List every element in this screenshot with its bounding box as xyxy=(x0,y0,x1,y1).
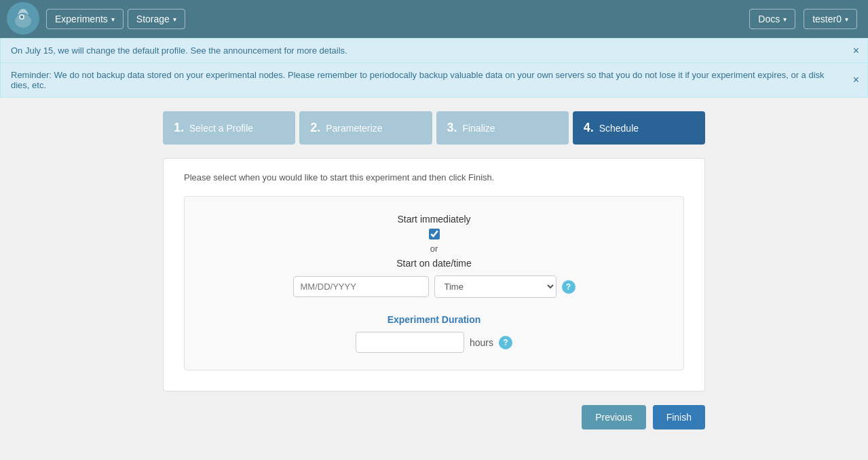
duration-label: Experiment Duration xyxy=(388,314,481,325)
experiments-button[interactable]: Experiments ▾ xyxy=(46,9,124,29)
step-3-label: Finalize xyxy=(462,123,495,134)
storage-button[interactable]: Storage ▾ xyxy=(128,9,185,29)
start-immediately-label: Start immediately xyxy=(397,214,470,225)
user-label: tester0 xyxy=(812,14,842,24)
experiments-caret: ▾ xyxy=(111,16,115,23)
main-card: Please select when you would like to sta… xyxy=(163,158,705,391)
navbar: Experiments ▾ Storage ▾ Docs ▾ tester0 ▾ xyxy=(0,0,868,38)
start-on-label: Start on date/time xyxy=(396,258,472,269)
duration-section: Experiment Duration 16 hours ? xyxy=(205,314,663,353)
hours-label: hours xyxy=(470,337,493,348)
step-4: 4. Schedule xyxy=(573,111,705,145)
alert-2: Reminder: We do not backup data stored o… xyxy=(0,63,868,98)
logo xyxy=(7,2,46,37)
docs-label: Docs xyxy=(758,14,780,24)
step-1: 1. Select a Profile xyxy=(163,111,295,145)
alert-2-close[interactable]: × xyxy=(853,75,859,85)
alert-1-close[interactable]: × xyxy=(853,45,859,56)
docs-caret: ▾ xyxy=(783,16,787,23)
time-select[interactable]: Time xyxy=(434,275,556,298)
step-4-number: 4. xyxy=(584,121,594,134)
previous-button[interactable]: Previous xyxy=(582,405,645,429)
finish-button[interactable]: Finish xyxy=(653,405,705,429)
experiments-label: Experiments xyxy=(55,14,108,24)
docs-button[interactable]: Docs ▾ xyxy=(749,9,795,29)
step-4-label: Schedule xyxy=(599,123,639,134)
navbar-right: Docs ▾ tester0 ▾ xyxy=(749,9,861,29)
step-2-number: 2. xyxy=(310,121,320,134)
form-inner: Start immediately or Start on date/time … xyxy=(184,196,684,370)
step-3-number: 3. xyxy=(447,121,457,134)
step-2-label: Parameterize xyxy=(326,123,382,134)
duration-help-icon[interactable]: ? xyxy=(499,336,512,349)
date-input[interactable] xyxy=(293,276,429,297)
or-label: or xyxy=(430,244,438,254)
step-3: 3. Finalize xyxy=(436,111,569,145)
storage-label: Storage xyxy=(136,14,170,24)
alert-2-text: Reminder: We do not backup data stored o… xyxy=(11,70,825,90)
datetime-help-icon[interactable]: ? xyxy=(562,280,575,294)
start-immediately-checkbox[interactable] xyxy=(429,229,440,239)
instruction-text: Please select when you would like to sta… xyxy=(184,172,684,183)
step-2: 2. Parameterize xyxy=(299,111,432,145)
step-1-number: 1. xyxy=(174,121,184,134)
alert-1: On July 15, we will change the default p… xyxy=(0,38,868,63)
user-caret: ▾ xyxy=(845,16,848,23)
step-1-label: Select a Profile xyxy=(189,123,253,134)
user-button[interactable]: tester0 ▾ xyxy=(804,9,857,29)
start-section: Start immediately or Start on date/time … xyxy=(205,214,663,298)
duration-row: 16 hours ? xyxy=(356,332,512,353)
buttons-row: Previous Finish xyxy=(163,405,705,429)
steps-container: 1. Select a Profile 2. Parameterize 3. F… xyxy=(0,98,868,151)
storage-caret: ▾ xyxy=(173,16,176,23)
date-time-row: Time ? xyxy=(293,275,575,298)
alert-1-text: On July 15, we will change the default p… xyxy=(11,45,347,56)
duration-input[interactable]: 16 xyxy=(356,332,464,353)
svg-point-3 xyxy=(20,16,23,18)
